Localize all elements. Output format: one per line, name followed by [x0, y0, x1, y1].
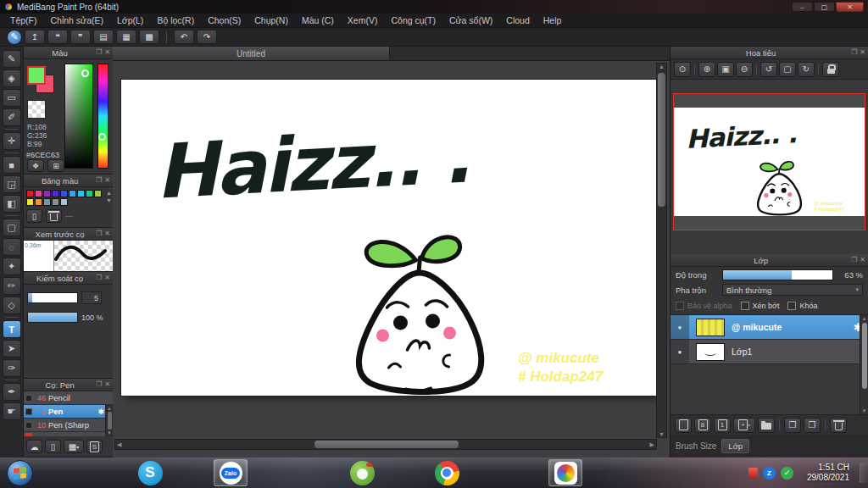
folder-icon[interactable]	[758, 418, 775, 433]
scroll-down-icon[interactable]: ▼	[659, 431, 665, 437]
comment-icon[interactable]: ❝	[47, 30, 68, 44]
transparent-color-swatch[interactable]	[27, 100, 46, 119]
menu-layer[interactable]: Lớp(L)	[110, 15, 150, 25]
start-button[interactable]	[7, 460, 33, 486]
maximize-button[interactable]: ▢	[814, 2, 835, 12]
layer-1bit-icon[interactable]: 1	[714, 418, 731, 433]
menu-snap[interactable]: Chụp(N)	[248, 15, 295, 25]
brush-size-slider[interactable]	[27, 292, 78, 303]
scroll-up-icon[interactable]: ▲	[659, 64, 665, 69]
lasso-tool[interactable]: ◌	[3, 238, 21, 256]
reset-view-icon[interactable]: ▢	[779, 62, 796, 77]
layer-row-lop1[interactable]: ● Lớp1	[670, 340, 868, 364]
new-layer-icon[interactable]	[675, 418, 692, 433]
rotate-left-icon[interactable]: ↺	[760, 62, 777, 77]
close-icon[interactable]: ✕	[104, 274, 110, 281]
hue-bar[interactable]	[97, 64, 108, 169]
protect-alpha-checkbox[interactable]	[676, 302, 684, 310]
taskbar-coccoc-button[interactable]	[345, 459, 379, 486]
sv-cursor[interactable]	[81, 69, 89, 77]
document-icon[interactable]: ▤	[93, 30, 114, 44]
menu-file[interactable]: Tệp(F)	[3, 15, 44, 25]
magicwand-tool[interactable]: ✦	[3, 258, 21, 275]
saturation-value-square[interactable]	[64, 64, 93, 169]
scroll-thumb[interactable]	[862, 323, 867, 389]
export-icon[interactable]: ↥	[25, 30, 45, 44]
canvas-settings-icon[interactable]: ▩	[139, 30, 159, 44]
scroll-down-icon[interactable]: ▼	[862, 408, 867, 413]
chat-icon[interactable]: ❞	[70, 30, 91, 44]
popout-icon[interactable]: ❐	[851, 257, 857, 263]
layer-visibility-toggle[interactable]: ●	[670, 340, 689, 363]
layer-8bit-icon[interactable]: 8	[694, 418, 711, 433]
document-tab[interactable]: Untitled	[113, 47, 390, 60]
palette-swatch[interactable]	[69, 190, 76, 197]
palette-swatch[interactable]	[60, 190, 68, 197]
delete-color-button[interactable]	[46, 209, 62, 223]
palette-swatch[interactable]	[43, 190, 51, 197]
palette-swatch[interactable]	[52, 190, 59, 197]
close-icon[interactable]: ✕	[104, 230, 110, 237]
divide-tool[interactable]: ✑	[3, 359, 21, 377]
add-color-icon[interactable]: ▯	[26, 209, 42, 223]
palette-swatch[interactable]	[35, 190, 42, 197]
select-tool[interactable]: ▢	[3, 219, 21, 236]
figure-tool[interactable]: ▭	[3, 89, 21, 107]
popout-icon[interactable]: ❐	[96, 177, 102, 184]
drawing-canvas[interactable]: Haizz.. .	[121, 80, 658, 396]
palette-swatch[interactable]	[94, 190, 102, 197]
duplicate-layer-icon[interactable]: ❐	[784, 418, 801, 433]
brush-row-pencil[interactable]: 46 Pencil	[24, 391, 113, 405]
scroll-down-icon[interactable]: ▼	[106, 197, 112, 203]
taskbar-skype-button[interactable]: S	[133, 459, 167, 486]
close-icon[interactable]: ✕	[104, 49, 110, 56]
unlock-icon[interactable]	[822, 62, 839, 77]
close-button[interactable]: ✕	[836, 2, 864, 12]
close-icon[interactable]: ✕	[104, 381, 110, 388]
menu-edit[interactable]: Chỉnh sửa(E)	[44, 15, 110, 25]
palette-swatch[interactable]	[43, 198, 51, 206]
popout-icon[interactable]: ❐	[96, 381, 102, 388]
scroll-thumb[interactable]	[108, 412, 112, 430]
eyedropper-tool[interactable]: ✒	[3, 383, 21, 401]
scroll-up-icon[interactable]: ▲	[107, 406, 112, 411]
snap-tool[interactable]: ✐	[3, 108, 21, 126]
layer-visibility-toggle[interactable]: ●	[670, 315, 689, 339]
palette-swatch[interactable]	[60, 198, 68, 206]
navigator-preview[interactable]: Haizz.. .	[670, 80, 868, 254]
palette-swatch[interactable]	[26, 198, 34, 206]
zoom-in-icon[interactable]: ⊕	[698, 62, 715, 77]
vertical-scrollbar[interactable]: ▲ ▼	[656, 63, 667, 438]
menu-color[interactable]: Màu (C)	[295, 15, 341, 25]
menu-cloud[interactable]: Cloud	[499, 15, 536, 25]
lock-checkbox[interactable]	[787, 302, 796, 310]
menu-select[interactable]: Chọn(S)	[201, 15, 248, 25]
taskbar-chrome-button[interactable]	[430, 459, 464, 486]
brush-opacity-slider[interactable]	[27, 312, 78, 323]
palette-swatch[interactable]	[52, 198, 59, 206]
brush-checkbox[interactable]	[25, 422, 32, 429]
combine-layer-icon[interactable]: ❒	[804, 418, 821, 433]
brush-row-pen[interactable]: 5 Pen ✱	[24, 405, 113, 419]
color-picker-icon[interactable]: ⊞	[47, 159, 64, 172]
close-icon[interactable]: ✕	[860, 49, 865, 56]
new-brush-icon[interactable]: ▯	[45, 440, 61, 453]
scroll-thumb[interactable]	[658, 73, 665, 207]
scroll-right-icon[interactable]: ▶	[650, 441, 654, 448]
antivirus-shield-icon[interactable]	[748, 468, 758, 479]
gradient-tool[interactable]: ◧	[3, 195, 21, 213]
taskbar-clock[interactable]: 1:51 CH 29/08/2021	[807, 463, 849, 483]
green-check-icon[interactable]: ✓	[781, 467, 793, 480]
palette-swatch[interactable]	[77, 190, 85, 197]
zoom-100-icon[interactable]: ⊙	[674, 62, 691, 77]
brush-row-partial[interactable]	[24, 432, 113, 436]
close-icon[interactable]: ✕	[104, 177, 110, 184]
palette-swatch[interactable]	[35, 198, 42, 206]
scroll-up-icon[interactable]: ▲	[106, 190, 112, 196]
brush-tool[interactable]: ✎	[3, 50, 21, 68]
scroll-up-icon[interactable]: ▲	[862, 316, 867, 321]
rotate-right-icon[interactable]: ↻	[798, 62, 815, 77]
eraser-tool[interactable]: ◈	[3, 69, 21, 87]
close-icon[interactable]: ✕	[860, 257, 865, 263]
fit-window-icon[interactable]: ▣	[717, 62, 734, 77]
